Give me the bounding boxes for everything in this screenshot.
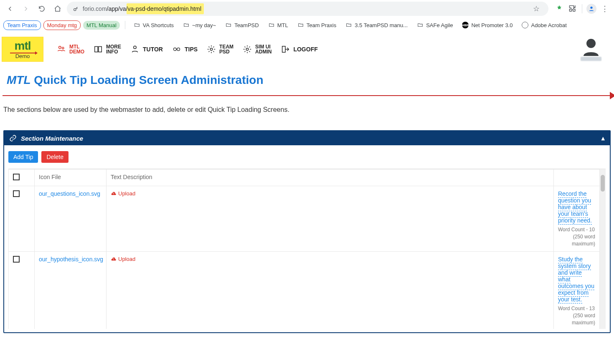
svg-point-1: [590, 7, 592, 9]
url-path: /app/va/va-psd-demo/qtipadmin.html: [107, 5, 201, 12]
bookmark-chip-mtl-manual[interactable]: MTL Manual: [83, 21, 120, 30]
word-count: Word Count - 13 (250 word maximum): [558, 305, 595, 326]
upload-button[interactable]: Upload: [111, 256, 549, 262]
logo-subtext: Demo: [15, 53, 30, 59]
collapse-icon[interactable]: ▴: [601, 134, 605, 142]
nav-team-psd[interactable]: TEAMPSD: [206, 44, 233, 55]
bookmark-folder[interactable]: TeamPSD: [222, 20, 262, 30]
tip-text[interactable]: Study the system story and write what ou…: [558, 256, 595, 303]
tip-text[interactable]: Record the question you have about your …: [558, 190, 595, 224]
scrollbar-thumb[interactable]: [601, 175, 605, 192]
panel-header[interactable]: Section Maintenance ▴: [4, 131, 610, 145]
svg-point-4: [134, 46, 136, 48]
extension-icon[interactable]: [553, 3, 565, 15]
person-icon: [129, 44, 140, 55]
svg-point-5: [173, 48, 176, 51]
nav-logoff[interactable]: LOGOFF: [280, 44, 317, 55]
browser-toolbar: forio.com/app/va/va-psd-demo/qtipadmin.h…: [0, 0, 614, 18]
cloud-upload-icon: [111, 256, 117, 262]
home-button[interactable]: [51, 2, 64, 15]
bookmark-chip-team-praxis[interactable]: Team Praxis: [3, 20, 41, 30]
nav-mtl-demo[interactable]: MTLDEMO: [56, 44, 84, 55]
bookmark-link[interactable]: HBRNet Promoter 3.0: [459, 20, 516, 30]
profile-name-blur: [581, 57, 601, 61]
bookmark-separator: [125, 21, 125, 29]
bookmark-folder[interactable]: Team Praxis: [294, 20, 340, 30]
avatar-icon: [581, 38, 601, 56]
forward-button[interactable]: [19, 2, 33, 15]
title-rule: [0, 90, 614, 101]
table-row: our_hypothesis_icon.svg Upload Study the…: [9, 252, 600, 329]
bookmark-folder[interactable]: ~my day~: [180, 20, 219, 30]
book-icon: [93, 44, 104, 55]
nav-sim-ui-admin[interactable]: SIM UIADMIN: [242, 44, 271, 55]
globe-icon: [522, 22, 528, 28]
logo-text: mtl: [15, 40, 31, 52]
word-count: Word Count - 10 (250 word maximum): [558, 226, 595, 247]
back-button[interactable]: [3, 2, 17, 15]
bookmark-folder[interactable]: SAFe Agile: [414, 20, 456, 30]
nav-tutor[interactable]: TUTOR: [129, 44, 163, 55]
upload-button[interactable]: Upload: [111, 190, 549, 197]
page-subtitle: The sections below are used by the webma…: [0, 106, 614, 114]
chrome-right: ⋮: [551, 3, 611, 15]
site-info-icon[interactable]: [73, 5, 79, 12]
header-file: Icon File: [35, 169, 107, 186]
svg-point-9: [586, 39, 596, 48]
bookmark-link[interactable]: Adobe Acrobat: [518, 20, 570, 30]
gear-icon: [206, 44, 217, 55]
main-nav: MTLDEMO MOREINFO TUTOR TIPS TEAMPSD SIM …: [56, 44, 318, 55]
link-icon: [9, 134, 17, 142]
header-checkbox[interactable]: [9, 169, 35, 186]
delete-button[interactable]: Delete: [41, 151, 68, 163]
cloud-upload-icon: [111, 191, 117, 197]
section-maintenance-panel: Section Maintenance ▴ Add Tip Delete Ico…: [3, 130, 611, 333]
scrollbar[interactable]: [600, 169, 606, 329]
file-link[interactable]: our_questions_icon.svg: [39, 190, 100, 197]
bookmark-folder[interactable]: VA Shortcuts: [130, 20, 177, 30]
add-tip-button[interactable]: Add Tip: [8, 151, 38, 163]
chrome-menu-button[interactable]: ⋮: [599, 3, 611, 15]
logo-arrow-icon: [10, 53, 35, 53]
app-logo[interactable]: mtl Demo: [2, 37, 43, 62]
bookmark-folder[interactable]: MTL: [265, 20, 292, 30]
header-notes: [554, 169, 600, 186]
app-header: mtl Demo MTLDEMO MOREINFO TUTOR TIPS TEA…: [0, 33, 614, 66]
svg-point-6: [177, 48, 180, 51]
url-host: forio.com: [83, 5, 107, 12]
profile-button[interactable]: [586, 3, 597, 15]
gear-icon: [242, 44, 253, 55]
svg-point-3: [62, 47, 63, 49]
page-title: MTL Quick Tip Loading Screen Administrat…: [7, 73, 610, 87]
profile-menu[interactable]: [581, 38, 610, 61]
row-checkbox[interactable]: [9, 252, 35, 329]
svg-point-8: [246, 48, 249, 51]
file-link[interactable]: our_hypothesis_icon.svg: [39, 256, 103, 263]
row-checkbox[interactable]: [9, 186, 35, 252]
panel-title: Section Maintenance: [21, 135, 83, 142]
bookmark-chip-monday-mtg[interactable]: Monday mtg: [43, 20, 81, 30]
logout-icon: [280, 44, 291, 55]
table-header-row: Icon File Text Description: [9, 169, 600, 186]
nav-tips[interactable]: TIPS: [171, 44, 198, 55]
extensions-button[interactable]: [567, 3, 578, 15]
bookmarks-bar: Team Praxis Monday mtg MTL Manual VA Sho…: [0, 18, 614, 33]
nav-more-info[interactable]: MOREINFO: [93, 44, 121, 55]
people-icon: [56, 44, 67, 55]
table-row: our_questions_icon.svg Upload Record the…: [9, 186, 600, 252]
bookmark-star-icon[interactable]: ☆: [530, 4, 543, 13]
tips-table: Icon File Text Description our_questions…: [8, 169, 606, 329]
glasses-icon: [171, 44, 182, 55]
bookmark-folder[interactable]: 3.5 TeamPSD manu...: [342, 20, 411, 30]
svg-point-2: [59, 46, 61, 49]
svg-point-0: [74, 8, 76, 10]
reload-button[interactable]: [35, 2, 48, 15]
hbr-icon: HBR: [462, 22, 469, 28]
header-desc: Text Description: [107, 169, 554, 186]
svg-point-7: [210, 48, 213, 51]
address-bar[interactable]: forio.com/app/va/va-psd-demo/qtipadmin.h…: [67, 2, 548, 16]
